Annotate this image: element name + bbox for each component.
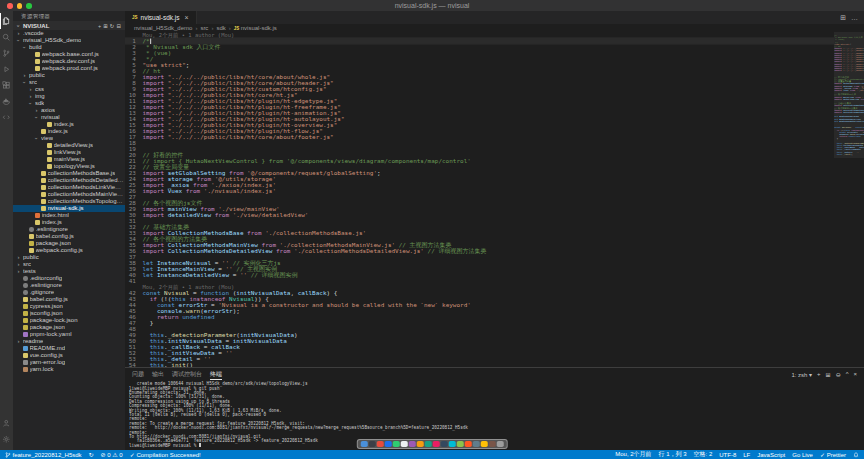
status-go-live[interactable]: Go Live — [792, 452, 813, 458]
tree-item-pnpm-lock.yaml[interactable]: pnpm-lock.yaml — [13, 331, 125, 338]
close-panel-button[interactable]: × — [853, 371, 857, 377]
section-action-1[interactable]: + — [98, 23, 101, 29]
tree-item-tests[interactable]: ›tests — [13, 268, 125, 275]
tree-item-public[interactable]: ›public — [13, 254, 125, 261]
dock-app-10[interactable] — [433, 441, 440, 448]
tree-item-collectionMethodsLinkView.js[interactable]: collectionMethodsLinkView.js — [13, 184, 125, 191]
tree-item-index.html[interactable]: index.html — [13, 212, 125, 219]
dock-app-7[interactable] — [409, 441, 416, 448]
breadcrumb-item-nvisual-sdk.js[interactable]: JSnvisual-sdk.js — [234, 25, 277, 31]
dock-app-3[interactable] — [377, 441, 384, 448]
dock-app-2[interactable] — [369, 441, 376, 448]
tree-item-jsconfig.json[interactable]: jsconfig.json — [13, 310, 125, 317]
kill-terminal-button[interactable]: ⊖ — [836, 371, 841, 378]
section-action-2[interactable]: ⊞ — [103, 23, 108, 29]
tree-item-.vscode[interactable]: ›.vscode — [13, 30, 125, 37]
more-actions-icon[interactable]: … — [851, 14, 858, 21]
activity-account-icon[interactable] — [0, 415, 13, 431]
tree-item-yarn.lock[interactable]: yarn.lock — [13, 366, 125, 373]
tree-item-index.js[interactable]: index.js — [13, 219, 125, 226]
activity-remote-icon[interactable] — [0, 109, 13, 125]
tree-item-collectionMethodsTopologyView.js[interactable]: collectionMethodsTopologyView.js — [13, 198, 125, 205]
activity-search-icon[interactable] — [0, 29, 13, 45]
tree-item-package.json[interactable]: package.json — [13, 324, 125, 331]
tree-item-package.json[interactable]: package.json — [13, 240, 125, 247]
tree-item-.editorconfig[interactable]: .editorconfig — [13, 275, 125, 282]
status-encoding[interactable]: UTF-8 — [719, 452, 736, 458]
tree-item-topologyView.js[interactable]: topologyView.js — [13, 163, 125, 170]
tree-item-collectionMethodsMainView.js[interactable]: collectionMethodsMainView.js — [13, 191, 125, 198]
line-number[interactable]: 54 — [125, 362, 142, 367]
activity-extensions-icon[interactable] — [0, 77, 13, 93]
activity-explorer-icon[interactable] — [0, 13, 13, 29]
section-action-3[interactable]: ↻ — [110, 23, 115, 29]
panel-tab-输出[interactable]: 输出 — [152, 368, 164, 380]
tree-item-nvisual_H5Sdk_demo[interactable]: ›nvisual_H5Sdk_demo — [13, 37, 125, 44]
tree-item-view[interactable]: ›view — [13, 135, 125, 142]
dock-app-11[interactable] — [441, 441, 448, 448]
status-prettier[interactable]: ✓ Prettier — [820, 451, 846, 458]
breadcrumb-item-nvisual_H5Sdk_demo[interactable]: nvisual_H5Sdk_demo — [134, 25, 192, 31]
tree-item-src[interactable]: ›src — [13, 79, 125, 86]
section-action-4[interactable]: ⊟ — [116, 23, 121, 29]
activity-settings-icon[interactable] — [0, 431, 13, 447]
close-window-button[interactable] — [7, 3, 13, 9]
dock-app-17[interactable] — [489, 441, 496, 448]
tree-item-cypress.json[interactable]: cypress.json — [13, 303, 125, 310]
zoom-window-button[interactable] — [26, 3, 32, 9]
tree-item-webpack.dev.conf.js[interactable]: webpack.dev.conf.js — [13, 58, 125, 65]
tree-item-collectionMethodsBase.js[interactable]: collectionMethodsBase.js — [13, 170, 125, 177]
dock-app-18[interactable] — [497, 441, 504, 448]
tree-item-css[interactable]: ›css — [13, 86, 125, 93]
dock-app-6[interactable] — [401, 441, 408, 448]
panel-tab-调试控制台[interactable]: 调试控制台 — [172, 368, 202, 380]
tree-item-.eslintignore[interactable]: .eslintignore — [13, 226, 125, 233]
dock-app-14[interactable] — [465, 441, 472, 448]
breadcrumb-item-sdk[interactable]: sdk — [216, 25, 225, 31]
tree-item-webpack.config.js[interactable]: webpack.config.js — [13, 247, 125, 254]
split-terminal-button[interactable]: ⊞ — [826, 371, 831, 378]
tree-item-linkView.js[interactable]: linkView.js — [13, 149, 125, 156]
tree-item-detailedView.js[interactable]: detailedView.js — [13, 142, 125, 149]
dock-app-12[interactable] — [449, 441, 456, 448]
tree-item-.eslintignore[interactable]: .eslintignore — [13, 282, 125, 289]
tree-item-yarn-error.log[interactable]: yarn-error.log — [13, 359, 125, 366]
status-notifications[interactable] — [853, 452, 859, 458]
tree-item-collectionMethodsDetailedView.js[interactable]: collectionMethodsDetailedView.js — [13, 177, 125, 184]
panel-tab-终端[interactable]: 终端 — [210, 368, 222, 380]
split-editor-icon[interactable]: ⊞ — [840, 14, 846, 22]
tree-item-index.js[interactable]: index.js — [13, 121, 125, 128]
dock-app-5[interactable] — [393, 441, 400, 448]
minimize-window-button[interactable] — [17, 3, 23, 9]
activity-docker-icon[interactable] — [0, 93, 13, 109]
project-section-header[interactable]: › NVISUAL +⊞↻⊟ — [13, 21, 125, 30]
tree-item-babel.config.js[interactable]: babel.config.js — [13, 296, 125, 303]
tree-item-vue.config.js[interactable]: vue.config.js — [13, 352, 125, 359]
maximize-panel-button[interactable]: ^ — [846, 371, 849, 377]
breadcrumb-item-src[interactable]: src — [200, 25, 208, 31]
tree-item-build[interactable]: ›build — [13, 44, 125, 51]
tree-item-nvisual-sdk.js[interactable]: nvisual-sdk.js — [13, 205, 125, 212]
dock-app-4[interactable] — [385, 441, 392, 448]
tree-item-babel.config.js[interactable]: babel.config.js — [13, 233, 125, 240]
status-sync[interactable]: ↻ — [89, 451, 94, 458]
status-cursor-position[interactable]: 行 1，列 3 — [659, 450, 687, 459]
status-compile-status[interactable]: ✓ Compilation Successed! — [130, 451, 201, 458]
new-terminal-button[interactable]: + — [817, 371, 821, 377]
tree-item-mainView.js[interactable]: mainView.js — [13, 156, 125, 163]
tree-item-README.md[interactable]: README.md — [13, 345, 125, 352]
tree-item-public[interactable]: ›public — [13, 72, 125, 79]
status-branch[interactable]: feature_20220812_H5sdk — [5, 452, 82, 458]
status-problems[interactable]: ⊘ 0 ⚠ 0 — [101, 451, 123, 458]
dock-app-13[interactable] — [457, 441, 464, 448]
status-language[interactable]: JavaScript — [757, 452, 785, 458]
tree-item-index.js[interactable]: index.js — [13, 128, 125, 135]
tree-item-nvisual[interactable]: ›nvisual — [13, 114, 125, 121]
activity-run-debug-icon[interactable] — [0, 61, 13, 77]
dock-app-16[interactable] — [481, 441, 488, 448]
tree-item-axios[interactable]: ›axios — [13, 107, 125, 114]
status-eol[interactable]: LF — [743, 452, 750, 458]
dock-app-15[interactable] — [473, 441, 480, 448]
dock-app-1[interactable] — [361, 441, 368, 448]
tab-nvisual-sdk-js[interactable]: JS nvisual-sdk.js × — [125, 11, 197, 24]
